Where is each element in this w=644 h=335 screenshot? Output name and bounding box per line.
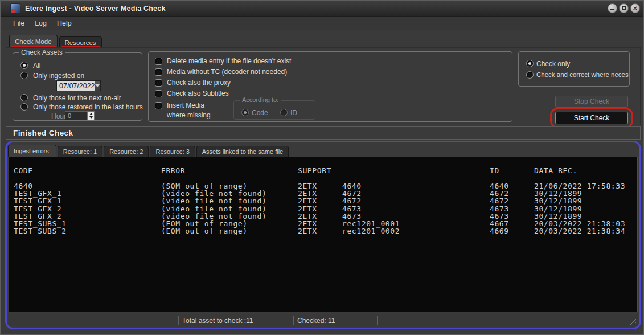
report-row[interactable]: TEST_GFX_1 (video file not found) 2ETX 4… bbox=[9, 189, 637, 197]
report-header-row: CODE ERROR SUPPORT ID DATA REC. bbox=[9, 166, 637, 174]
finished-check-bar: Finished Check bbox=[6, 126, 641, 140]
menu-item[interactable]: Help bbox=[52, 19, 77, 27]
check-assets-legend: Check Assets bbox=[19, 48, 65, 56]
maximize-button[interactable] bbox=[619, 3, 629, 13]
start-check-button[interactable]: Start Check bbox=[555, 112, 628, 124]
result-tab[interactable]: Resource: 1 bbox=[58, 146, 102, 157]
close-button[interactable]: ✕ bbox=[630, 3, 640, 13]
status-separator bbox=[293, 316, 294, 325]
col-error-header: ERROR bbox=[161, 166, 185, 175]
col-datarec-header: DATA REC. bbox=[534, 166, 577, 175]
radio-id-label: ID bbox=[290, 109, 297, 117]
chevron-down-icon bbox=[95, 84, 100, 87]
mode-tab-strip: Check ModeResources bbox=[9, 35, 102, 48]
cell-support: 2ETX bbox=[298, 227, 317, 235]
col-code-header: CODE bbox=[14, 166, 33, 175]
date-dropdown-button[interactable] bbox=[95, 81, 100, 91]
report-divider bbox=[14, 177, 620, 177]
stop-check-button[interactable]: Stop Check bbox=[555, 96, 628, 108]
col-id-header: ID bbox=[490, 166, 499, 175]
status-separator bbox=[377, 316, 378, 325]
cell-error: (EOM out of range) bbox=[161, 227, 248, 235]
radio-next-onair[interactable] bbox=[20, 94, 28, 101]
option-row: Media without TC (decoder not needed) bbox=[155, 68, 291, 76]
option-checkbox[interactable] bbox=[155, 68, 162, 76]
resize-grip[interactable] bbox=[629, 317, 636, 325]
report-divider bbox=[14, 164, 620, 164]
minimize-icon bbox=[610, 9, 614, 10]
menu-item[interactable]: File bbox=[8, 19, 30, 27]
option-label: Media without TC (decoder not needed) bbox=[167, 68, 287, 76]
close-icon: ✕ bbox=[633, 6, 637, 11]
maximize-icon bbox=[622, 6, 626, 10]
finished-check-label: Finished Check bbox=[13, 129, 73, 137]
option-checkbox[interactable] bbox=[155, 90, 162, 97]
radio-check-only-label: Check only bbox=[536, 60, 570, 68]
radio-check-correct-label: Check and correct where necessa bbox=[536, 71, 629, 78]
app-window: Etere Ingest - Video Server Media Check … bbox=[0, 0, 644, 335]
error-report-panel[interactable]: CODE ERROR SUPPORT ID DATA REC. 4640 (SO… bbox=[9, 157, 638, 312]
report-row[interactable]: TEST_GFX_2 (video file not found) 2ETX 4… bbox=[9, 205, 637, 212]
radio-all[interactable] bbox=[20, 62, 28, 69]
spin-down-icon bbox=[89, 116, 93, 119]
status-bar: Total asset to check :11 Checked: 11 bbox=[9, 314, 638, 326]
radio-id[interactable] bbox=[280, 109, 288, 116]
col-support-header: SUPPORT bbox=[298, 166, 331, 175]
cell-code: TEST_SUBS_2 bbox=[14, 227, 67, 235]
ingest-date-picker[interactable]: 07/07/2022 bbox=[56, 80, 101, 91]
radio-next-onair-label: Only those for the next on-air bbox=[33, 94, 121, 102]
radio-check-only[interactable] bbox=[526, 60, 534, 67]
hours-input[interactable]: 0 bbox=[65, 111, 87, 120]
radio-only-ingested-label: Only ingested on bbox=[33, 72, 84, 80]
hours-stepper[interactable] bbox=[87, 111, 95, 120]
menu-bar: FileLogHelp bbox=[1, 17, 643, 30]
minimize-button[interactable] bbox=[608, 3, 617, 13]
option-label: Delete media entry if the file doesn't e… bbox=[167, 58, 291, 65]
insert-media-sublabel: where missing bbox=[167, 111, 211, 119]
result-tab-strip: Ingest errors:Resource: 1Resource: 2Reso… bbox=[8, 145, 289, 157]
cell-file: rec1201_0002 bbox=[342, 227, 400, 235]
report-row[interactable]: TEST_SUBS_1 (EOM out of range) 2ETX rec1… bbox=[9, 219, 637, 227]
app-icon bbox=[11, 4, 20, 13]
radio-restored-hours[interactable] bbox=[20, 103, 28, 111]
option-label: Check also the proxy bbox=[167, 79, 231, 87]
window-title: Etere Ingest - Video Server Media Check bbox=[25, 5, 166, 13]
result-tab[interactable]: Resource: 2 bbox=[104, 146, 149, 157]
option-checkbox[interactable] bbox=[155, 79, 162, 87]
spin-up-icon bbox=[89, 113, 93, 115]
option-row: Check also the proxy bbox=[155, 79, 291, 87]
insert-media-row: Insert Media bbox=[155, 102, 204, 109]
cell-datarec: 20/03/2022 21:38:34 bbox=[534, 227, 625, 235]
radio-code-label: Code bbox=[252, 109, 268, 117]
report-rows: 4640 (SOM out of range) 2ETX 4640 4640 2… bbox=[9, 182, 637, 234]
status-checked: Checked: 11 bbox=[297, 317, 335, 325]
radio-check-correct[interactable] bbox=[526, 71, 534, 79]
option-row: Delete media entry if the file doesn't e… bbox=[155, 58, 291, 65]
option-checkbox[interactable] bbox=[155, 58, 162, 65]
run-mode-group bbox=[518, 51, 630, 87]
status-separator bbox=[178, 316, 179, 325]
radio-restored-hours-label: Only those restored in the last hours bbox=[33, 103, 143, 111]
option-checkbox-list: Delete media entry if the file doesn't e… bbox=[155, 58, 291, 101]
radio-code[interactable] bbox=[241, 109, 249, 116]
cell-id: 4669 bbox=[490, 227, 509, 235]
title-bar: Etere Ingest - Video Server Media Check … bbox=[1, 1, 643, 17]
result-tab[interactable]: Resource: 3 bbox=[150, 146, 195, 157]
mode-tab[interactable]: Resources bbox=[59, 36, 102, 48]
report-row[interactable]: TEST_SUBS_2 (EOM out of range) 2ETX rec1… bbox=[9, 227, 637, 234]
report-row[interactable]: 4640 (SOM out of range) 2ETX 4640 4640 2… bbox=[9, 182, 637, 189]
radio-only-ingested[interactable] bbox=[20, 72, 28, 79]
result-tab[interactable]: Assets linked to the same file bbox=[196, 146, 289, 157]
menu-item[interactable]: Log bbox=[30, 19, 52, 27]
mode-tab[interactable]: Check Mode bbox=[9, 35, 58, 48]
according-to-legend: According to: bbox=[240, 96, 281, 103]
ingest-date-value[interactable]: 07/07/2022 bbox=[57, 81, 95, 91]
status-total: Total asset to check :11 bbox=[182, 317, 253, 325]
option-label: Check also Subtitles bbox=[167, 90, 229, 97]
insert-media-label: Insert Media bbox=[167, 102, 204, 109]
result-tab[interactable]: Ingest errors: bbox=[8, 145, 56, 157]
radio-all-label: All bbox=[33, 62, 40, 70]
report-row[interactable]: TEST_GFX_2 (video file not found) 2ETX 4… bbox=[9, 212, 637, 219]
report-row[interactable]: TEST_GFX_1 (video file not found) 2ETX 4… bbox=[9, 197, 637, 204]
insert-media-checkbox[interactable] bbox=[155, 102, 162, 109]
